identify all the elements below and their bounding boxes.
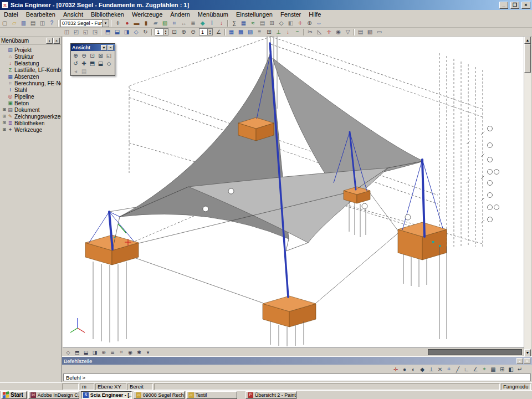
vp-settings-icon[interactable]: ✱: [135, 349, 144, 356]
command-input[interactable]: Befehl >: [63, 374, 531, 381]
sidebar-item-dokument[interactable]: ⊞▤Dokument: [2, 106, 61, 113]
view-front-icon[interactable]: ⬓: [112, 28, 122, 36]
snap-node-icon[interactable]: ●: [400, 365, 409, 373]
help-icon[interactable]: ?: [47, 19, 57, 27]
chevron-down-icon[interactable]: ▾: [102, 20, 109, 27]
fit-icon[interactable]: ⊡: [170, 28, 179, 36]
input-xy-icon[interactable]: ▦: [489, 365, 498, 373]
window-cascade-icon[interactable]: ◫: [62, 28, 71, 36]
sidebar-item-stahl[interactable]: IStahl: [2, 86, 61, 93]
supports-icon[interactable]: ⊥: [274, 28, 283, 36]
menu-ndern[interactable]: Ändern: [166, 11, 193, 18]
scroll-thumb[interactable]: [524, 44, 531, 73]
project-combo[interactable]: 07032 Segel - Fundan▾: [60, 19, 109, 27]
enter-icon[interactable]: ↵: [515, 365, 524, 373]
sidebar-item-projekt[interactable]: ▤Projekt: [2, 47, 61, 53]
zoom-in-icon[interactable]: ⊕: [71, 52, 80, 59]
axes-icon[interactable]: ✛: [295, 19, 305, 27]
command-close-button[interactable]: ×: [524, 358, 530, 364]
plate-icon[interactable]: ▰: [151, 19, 160, 27]
rotate-icon[interactable]: ↻: [141, 28, 150, 36]
task-adobe-indesign-c[interactable]: IdAdobe InDesign C...: [28, 391, 79, 399]
sidebar-item-bibliotheken[interactable]: ⊞≣Bibliotheken: [2, 120, 61, 126]
horizontal-scrollbar[interactable]: [428, 349, 522, 355]
vp-snap-icon[interactable]: ◉: [126, 349, 135, 356]
vp-layers-icon[interactable]: ≣: [108, 349, 117, 356]
vp-view-xy-icon[interactable]: ⬒: [73, 349, 81, 356]
scale-y-spinner[interactable]: 1▴▾: [199, 28, 213, 35]
zoom-window-icon[interactable]: ⊡: [88, 52, 96, 59]
start-button[interactable]: Start: [1, 391, 27, 399]
view3d-icon[interactable]: ◇: [277, 19, 286, 27]
menu-men-baum[interactable]: Menübaum: [194, 11, 232, 18]
snap-end-icon[interactable]: ◆: [418, 365, 427, 373]
snap-line-icon[interactable]: ╱: [453, 365, 462, 373]
section-box-icon[interactable]: ◺: [315, 28, 324, 36]
view-top-icon[interactable]: ⬒: [88, 59, 96, 67]
palette-menu-button[interactable]: ▾: [101, 45, 107, 50]
vp-grid-icon[interactable]: ⌗: [117, 349, 126, 356]
view-iso-icon[interactable]: ◇: [131, 28, 141, 36]
measure-icon[interactable]: ∠: [214, 28, 223, 36]
vp-view-yz-icon[interactable]: ◨: [90, 349, 99, 356]
column-icon[interactable]: ▮: [141, 19, 151, 27]
command-pin-button[interactable]: •: [516, 358, 523, 364]
rotate-view-icon[interactable]: ↺: [71, 59, 80, 67]
spinner-arrows[interactable]: ▴▾: [163, 29, 168, 35]
clip-icon[interactable]: ✂: [305, 28, 315, 36]
task-textil[interactable]: ▱Textil: [186, 391, 237, 399]
sidebar-close-button[interactable]: ×: [53, 38, 60, 44]
ansicht-palette-header[interactable]: Ansicht ▾ ×: [71, 44, 115, 51]
view-top-icon[interactable]: ⬒: [103, 28, 112, 36]
vertical-scrollbar[interactable]: ▲ ▼: [524, 37, 531, 356]
hidden-line-icon[interactable]: ▨: [245, 28, 255, 36]
render-icon[interactable]: ◧: [286, 19, 295, 27]
scroll-down-button[interactable]: ▼: [524, 349, 531, 356]
ortho-icon[interactable]: ∟: [462, 365, 471, 373]
sidebar-item-zeichnungswerkzeuge[interactable]: ⊞✎Zeichnungswerkzeuge: [2, 113, 61, 120]
window-tile-icon[interactable]: ◰: [71, 28, 81, 36]
sidebar-item-lastf-lle-lf-kombinationen[interactable]: ΣLastfälle, LF-Kombinationen: [2, 66, 61, 73]
task-bersicht-2-paint[interactable]: PÜbersicht 2 - Paint: [245, 391, 296, 399]
window-tile2-icon[interactable]: ◱: [81, 28, 90, 36]
load-icon[interactable]: ↓: [217, 19, 226, 27]
coord-icon[interactable]: ✛: [391, 365, 400, 373]
paperspace-icon[interactable]: ▭: [375, 28, 384, 36]
select-icon[interactable]: ✛: [113, 19, 122, 27]
menu-bibliotheken[interactable]: Bibliotheken: [87, 11, 128, 18]
zoom-all-icon[interactable]: ⊕: [305, 19, 314, 27]
expand-icon[interactable]: ⊞: [2, 108, 7, 112]
menu-bearbeiten[interactable]: Bearbeiten: [22, 11, 59, 18]
view-front-icon[interactable]: ⬓: [96, 59, 105, 67]
prev-view-icon[interactable]: ◂: [71, 67, 80, 75]
task-scia-engineer[interactable]: SScia Engineer - [...: [81, 391, 132, 399]
pan-view-icon[interactable]: ✚: [80, 59, 88, 67]
sidebar-item-absenzen[interactable]: ▦Absenzen: [2, 73, 61, 80]
expand-icon[interactable]: ⊞: [2, 114, 7, 119]
sidebar-item-pipeline[interactable]: ◎Pipeline: [2, 93, 61, 100]
vp-zoom-icon[interactable]: ⊕: [99, 349, 108, 356]
layers-icon[interactable]: ≣: [188, 19, 198, 27]
open-icon[interactable]: ▱: [9, 19, 19, 27]
filter-icon[interactable]: ▽: [343, 28, 352, 36]
input-rel-icon[interactable]: ⊞: [498, 365, 507, 373]
named-view-icon[interactable]: ▤: [80, 67, 88, 75]
loads-view-icon[interactable]: ↓: [283, 28, 293, 36]
ucs-icon[interactable]: ✛: [324, 28, 334, 36]
vp-view-xz-icon[interactable]: ⬓: [81, 349, 90, 356]
labels-icon[interactable]: ≡: [255, 28, 264, 36]
print-data-icon[interactable]: ▤: [356, 28, 365, 36]
profile-icon[interactable]: I: [207, 19, 217, 27]
spin-down-icon[interactable]: ▾: [208, 32, 212, 35]
gallery-icon[interactable]: ▧: [365, 28, 375, 36]
palette-close-button[interactable]: ×: [108, 45, 114, 50]
snap-grid-icon[interactable]: ⌗: [444, 365, 453, 373]
zoom-all-icon[interactable]: ⊠: [96, 52, 105, 59]
menu-ansicht[interactable]: Ansicht: [59, 11, 87, 18]
close-button[interactable]: ×: [521, 2, 530, 9]
spinner-arrows[interactable]: ▴▾: [207, 29, 212, 35]
spin-down-icon[interactable]: ▾: [163, 32, 168, 35]
material-icon[interactable]: ◆: [198, 19, 207, 27]
print-icon[interactable]: ▤: [28, 19, 38, 27]
maximize-button[interactable]: ❐: [510, 2, 519, 9]
